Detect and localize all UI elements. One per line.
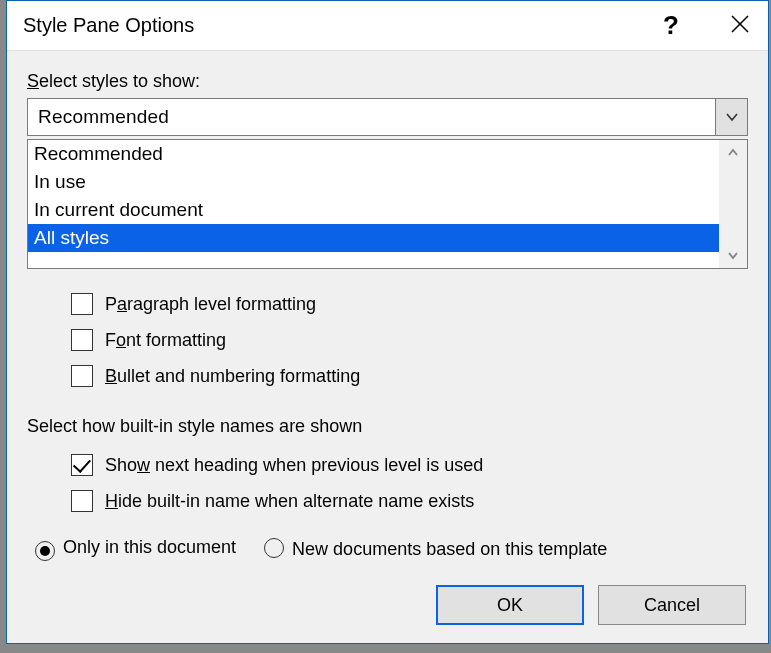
checkbox-label: Bullet and numbering formatting bbox=[105, 366, 360, 387]
styles-dropdown-list[interactable]: Recommended In use In current document A… bbox=[27, 139, 748, 269]
builtin-section-label: Select how built-in style names are show… bbox=[27, 416, 748, 437]
combo-dropdown-button[interactable] bbox=[715, 99, 747, 135]
ok-button[interactable]: OK bbox=[436, 585, 584, 625]
dropdown-scrollbar[interactable] bbox=[719, 140, 747, 268]
formatting-checkbox-group: Paragraph level formatting Font formatti… bbox=[27, 286, 748, 394]
scope-radio-group: Only in this document New documents base… bbox=[35, 537, 748, 561]
checkbox-row-hide: Hide built-in name when alternate name e… bbox=[71, 483, 748, 519]
select-styles-label: Select styles to show: bbox=[27, 71, 748, 92]
bullet-formatting-checkbox[interactable] bbox=[71, 365, 93, 387]
font-formatting-checkbox[interactable] bbox=[71, 329, 93, 351]
titlebar: Style Pane Options ? bbox=[7, 1, 768, 51]
builtin-checkbox-group: Show next heading when previous level is… bbox=[27, 447, 748, 519]
checkbox-label: Show next heading when previous level is… bbox=[105, 455, 483, 476]
dialog-title: Style Pane Options bbox=[23, 14, 652, 37]
show-next-heading-checkbox[interactable] bbox=[71, 454, 93, 476]
paragraph-formatting-checkbox[interactable] bbox=[71, 293, 93, 315]
dropdown-option[interactable]: Recommended bbox=[28, 140, 719, 168]
checkbox-row-paragraph: Paragraph level formatting bbox=[71, 286, 748, 322]
styles-combo[interactable]: Recommended bbox=[27, 98, 748, 136]
checkbox-row-font: Font formatting bbox=[71, 322, 748, 358]
combo-selected-text: Recommended bbox=[28, 99, 715, 135]
checkbox-label: Hide built-in name when alternate name e… bbox=[105, 491, 474, 512]
dialog-body: Select styles to show: Recommended Recom… bbox=[7, 51, 768, 643]
close-icon[interactable] bbox=[690, 14, 750, 38]
dropdown-option[interactable]: In use bbox=[28, 168, 719, 196]
scroll-down-icon[interactable] bbox=[719, 244, 747, 268]
checkbox-label: Font formatting bbox=[105, 330, 226, 351]
cancel-button[interactable]: Cancel bbox=[598, 585, 746, 625]
dropdown-option[interactable]: In current document bbox=[28, 196, 719, 224]
radio-label: Only in this document bbox=[63, 537, 236, 557]
scroll-up-icon[interactable] bbox=[719, 140, 747, 164]
checkbox-label: Paragraph level formatting bbox=[105, 294, 316, 315]
radio-only-doc[interactable]: Only in this document bbox=[35, 537, 236, 561]
radio-new-docs[interactable]: New documents based on this template bbox=[264, 538, 607, 560]
dropdown-option-selected[interactable]: All styles bbox=[28, 224, 719, 252]
radio-icon bbox=[264, 538, 284, 558]
help-icon[interactable]: ? bbox=[652, 10, 690, 41]
radio-icon bbox=[35, 541, 55, 561]
checkbox-row-bullet: Bullet and numbering formatting bbox=[71, 358, 748, 394]
checkbox-row-shownext: Show next heading when previous level is… bbox=[71, 447, 748, 483]
radio-label: New documents based on this template bbox=[292, 539, 607, 559]
dropdown-options: Recommended In use In current document A… bbox=[28, 140, 719, 268]
style-pane-options-dialog: Style Pane Options ? Select styles to sh… bbox=[6, 0, 769, 644]
dialog-footer: OK Cancel bbox=[436, 585, 746, 625]
hide-builtin-name-checkbox[interactable] bbox=[71, 490, 93, 512]
